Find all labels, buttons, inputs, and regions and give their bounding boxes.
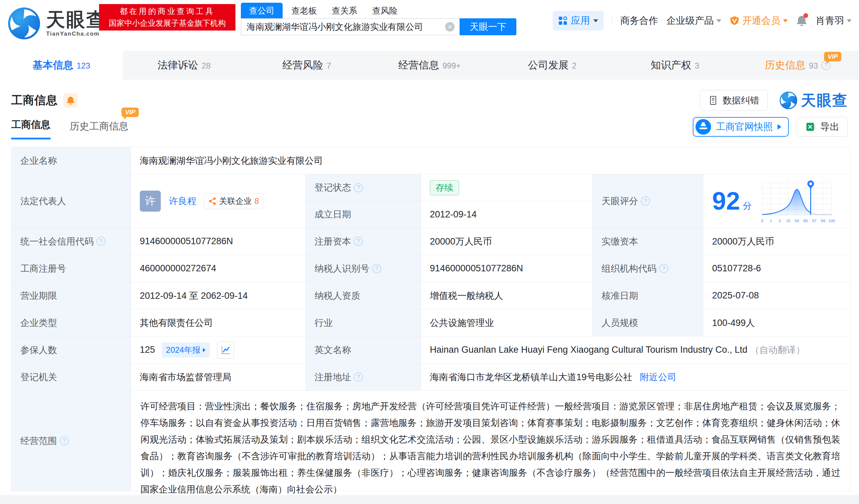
field-value-approval-date: 2025-07-08 [703,282,850,309]
nav-vip-link[interactable]: 开通会员 [729,14,788,27]
search-button[interactable]: 天眼一下 [460,18,516,35]
est-date: 2012-09-14 [430,209,477,220]
annual-report-badge[interactable]: 2024年报 [162,342,210,357]
label-text: 成立日期 [315,208,351,220]
avatar[interactable]: 许 [140,190,161,212]
help-icon[interactable]: ? [96,237,106,246]
field-value-business-scope: 许可经营项目：营业性演出；餐饮服务；住宿服务；房地产开发经营（许可经营项目凭许可… [131,391,850,491]
paid-capital: 20000万人民币 [712,235,774,248]
chevron-down-icon [847,19,852,22]
search-input[interactable] [241,19,459,35]
staff-size: 100-499人 [712,317,755,329]
nav-divider [612,15,612,26]
tab-label: 法律诉讼 [157,58,198,72]
search-tab-boss[interactable]: 查老板 [285,3,323,18]
username: 肖青羽 [816,14,844,27]
sub-tab-row: 工商信息 VIP 历史工商信息 工商官网快照 [11,114,848,139]
field-label-est-date: 成立日期 [306,201,421,228]
official-snapshot-button[interactable]: 工商官网快照 [693,117,789,137]
score-unit: 分 [743,200,752,212]
org-code: 05107728-6 [712,263,761,274]
clear-search-icon[interactable]: × [445,22,455,32]
help-icon[interactable]: ? [659,264,668,273]
company-name: 海南观澜湖华谊冯小刚文化旅游实业有限公司 [140,155,323,167]
help-icon[interactable]: ? [354,237,363,246]
tianyancha-logo-icon [7,7,41,40]
nav-apps-button[interactable]: 应用 [553,11,604,31]
search-tab-risk[interactable]: 查风险 [366,3,404,18]
tab-intellectual-property[interactable]: 知识产权 3 [614,51,737,80]
insured-trend-button[interactable] [217,341,234,358]
label-text: 企业名称 [20,155,57,167]
subtab-history-business-info[interactable]: VIP 历史工商信息 [70,120,129,139]
label-text: 核准日期 [602,290,638,302]
subscribe-bell-button[interactable] [63,93,78,108]
tab-operational-risk[interactable]: 经营风险 7 [245,51,368,80]
nearby-companies-link[interactable]: 附近公司 [640,371,677,383]
help-icon[interactable]: ? [354,183,363,192]
tab-count: 2 [572,61,576,71]
search-tab-company[interactable]: 查公司 [241,3,283,18]
help-icon[interactable]: ? [60,436,69,445]
legal-rep-link[interactable]: 许良程 [169,195,196,207]
label-text: 人员规模 [602,317,638,329]
export-button[interactable]: 导出 [797,117,848,137]
business-scope-text: 许可经营项目：营业性演出；餐饮服务；住宿服务；房地产开发经营（许可经营项目凭许可… [140,401,840,494]
search-area: 查公司 查老板 查关系 查风险 × 天眼一下 [241,3,516,35]
nav-cooperation-link[interactable]: 商务合作 [620,14,658,27]
tab-label: 知识产权 [651,58,691,72]
field-label-english-name: 英文名称 [306,336,421,364]
label-text: 注册地址 [315,371,351,383]
document-edit-icon [708,95,719,106]
label-text: 经营范围 [20,435,57,447]
nav-enterprise-link[interactable]: 企业级产品 [666,14,721,27]
related-companies-count: 8 [254,196,259,206]
brand-domain: TianYanCha.com [46,31,106,37]
tab-legal-cases[interactable]: 法律诉讼 28 [123,51,246,80]
help-icon[interactable]: ? [372,264,381,273]
tab-company-development[interactable]: 公司发展 2 [491,51,614,80]
field-value-company-type: 其他有限责任公司 [131,309,306,336]
approval-date: 2025-07-08 [712,290,759,301]
related-companies-badge[interactable]: 关联企业 8 [204,193,263,209]
label-text: 登记机关 [20,371,57,383]
field-label-taxpayer-quality: 纳税人资质 [306,282,421,309]
nav-vip-label: 开通会员 [742,14,780,27]
notification-bell[interactable] [796,15,808,27]
tab-label: 历史信息 [765,58,805,72]
tab-business-info[interactable]: 经营信息 999+ [368,51,491,80]
label-text: 登记状态 [315,181,351,194]
label-text: 行业 [315,317,333,329]
field-label-company-name: 企业名称 [12,147,131,174]
label-text: 实缴资本 [602,235,638,248]
field-value-reg-capital: 20000万人民币 [421,228,593,255]
stamp-icon [695,119,711,135]
help-icon[interactable]: ? [354,372,363,382]
top-header: 天眼查 TianYanCha.com 都在用的商业查询工具 国家中小企业发展子基… [0,0,859,51]
nav-user-menu[interactable]: 肖青羽 [816,14,852,27]
site-logo[interactable]: 天眼查 TianYanCha.com [7,7,106,40]
tab-history-info[interactable]: VIP 历史信息 93 ? [736,51,859,80]
subtab-business-info[interactable]: 工商信息 [11,118,50,139]
field-label-company-type: 企业类型 [12,309,131,336]
chevron-down-icon [783,19,788,22]
field-value-reg-authority: 海南省市场监督管理局 [131,364,306,391]
help-icon[interactable]: ? [641,196,650,205]
field-label-business-scope: 经营范围 ? [12,391,131,491]
field-value-taxpayer-id: 91460000051077286N [421,255,593,282]
search-tab-relation[interactable]: 查关系 [326,3,363,18]
vip-badge: VIP [824,52,841,61]
label-text: 英文名称 [315,344,351,356]
data-correction-button[interactable]: 数据纠错 [700,90,768,111]
label-text: 天眼评分 [602,195,638,207]
field-label-legal-rep: 法定代表人 [12,174,131,228]
tab-label: 基本信息 [33,58,73,72]
company-section-tabs: 基本信息 123 法律诉讼 28 经营风险 7 经营信息 999+ 公司发展 2… [0,51,859,80]
field-value-legal-rep: 许 许良程 关联企业 8 [131,174,306,228]
field-value-business-term: 2012-09-14 至 2062-09-14 [131,282,306,309]
page-title: 工商信息 [11,93,57,108]
label-text: 注册资本 [315,235,351,248]
taxpayer-id: 91460000051077286N [430,263,523,274]
label-text: 纳税人资质 [315,290,360,302]
tab-basic-info[interactable]: 基本信息 123 [0,51,123,80]
